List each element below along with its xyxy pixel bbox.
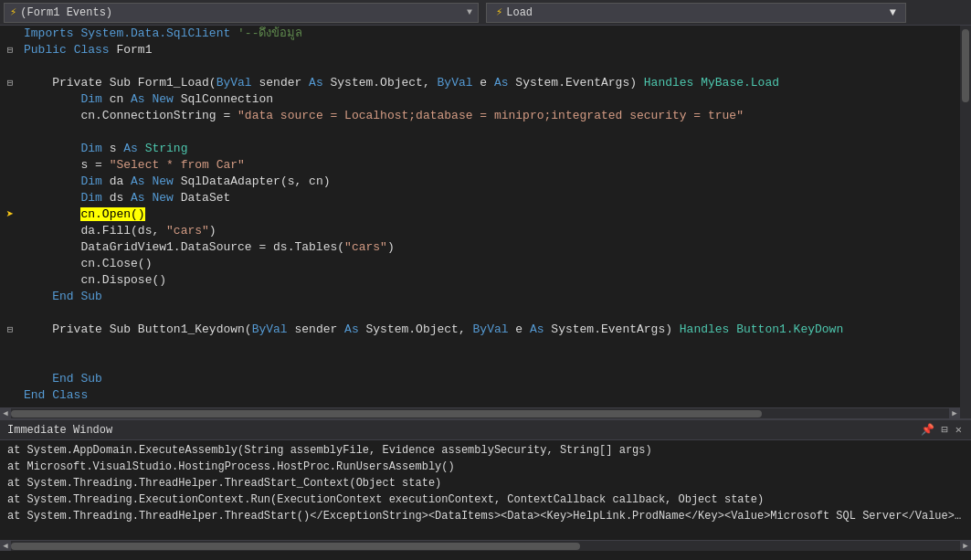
code-token: "Select * from Car": [110, 158, 245, 172]
code-token: ds: [102, 191, 131, 205]
code-token: [67, 43, 74, 57]
code-token: ByVal: [216, 76, 252, 90]
code-token: Private Sub Form1_Load(: [52, 76, 216, 90]
line-gutter: ➤: [0, 206, 20, 223]
code-token: cn: [102, 92, 131, 106]
code-token: e: [509, 322, 530, 336]
pin-icon[interactable]: 📌: [919, 423, 936, 437]
immediate-line: at System.Threading.ThreadHelper.ThreadS…: [7, 475, 964, 491]
scroll-right-button[interactable]: ▶: [949, 408, 960, 419]
code-line: ⊟Public Class Form1: [0, 42, 971, 58]
code-token: Dim: [80, 191, 101, 205]
code-line: Dim ds As New DataSet: [0, 190, 971, 206]
code-line: [0, 58, 971, 75]
event-dropdown[interactable]: ⚡ (Form1 Events) ▼: [4, 3, 479, 23]
immediate-line: at System.Threading.ExecutionContext.Run…: [7, 491, 964, 508]
code-token: String: [145, 142, 188, 155]
code-token: System.Object,: [323, 76, 438, 90]
line-code: End Sub: [20, 289, 971, 305]
code-editor[interactable]: Imports System.Data.SqlClient '--ดึงข้อม…: [0, 26, 971, 418]
line-code: s = "Select * from Car": [20, 157, 971, 174]
code-line: End Class: [0, 387, 971, 404]
code-line: da.Fill(ds, "cars"): [0, 223, 971, 239]
scrollbar-thumb[interactable]: [962, 29, 969, 102]
immediate-window: Immediate Window 📌 ⊟ ✕ at System.AppDoma…: [0, 418, 971, 551]
code-line: DataGridView1.DataSource = ds.Tables("ca…: [0, 239, 971, 256]
line-code: Dim da As New SqlDataAdapter(s, cn): [20, 174, 971, 190]
header-icons: 📌 ⊟ ✕: [919, 423, 964, 437]
code-line: [0, 305, 971, 322]
horizontal-scrollbar[interactable]: ◀ ▶: [0, 407, 960, 418]
code-token: DataSet: [174, 191, 230, 205]
code-token: New: [152, 191, 173, 205]
code-token: sender: [288, 322, 344, 336]
editor-window: ⚡ (Form1 Events) ▼ ⚡ Load ▼ Imports Syst…: [0, 0, 971, 560]
code-token: As: [131, 92, 145, 106]
imm-h-scroll-track[interactable]: [11, 543, 960, 550]
code-line: Imports System.Data.SqlClient '--ดึงข้อม…: [0, 26, 971, 42]
code-token: As: [131, 174, 145, 188]
code-line: Dim cn As New SqlConnection: [0, 91, 971, 108]
code-token: ): [209, 224, 216, 238]
line-code: DataGridView1.DataSource = ds.Tables("ca…: [20, 239, 971, 256]
code-token: e: [473, 76, 494, 90]
imm-scroll-left-button[interactable]: ◀: [0, 541, 11, 552]
code-token: cn.Close(): [80, 257, 152, 270]
code-token: da.Fill(ds,: [80, 224, 166, 238]
close-icon[interactable]: ✕: [954, 423, 964, 437]
code-line: cn.Dispose(): [0, 272, 971, 289]
code-token: New: [152, 92, 173, 106]
line-code: End Sub: [20, 371, 971, 387]
scroll-left-button[interactable]: ◀: [0, 408, 11, 419]
collapse-icon[interactable]: ⊟: [7, 42, 14, 58]
code-token: As: [123, 142, 138, 155]
line-code: cn.ConnectionString = "data source = Loc…: [20, 108, 971, 124]
code-token: System.EventArgs): [544, 322, 680, 336]
code-token: ): [387, 240, 395, 254]
imm-scroll-right-button[interactable]: ▶: [960, 541, 971, 552]
code-token: End Sub: [52, 290, 102, 303]
code-token: cn.ConnectionString =: [80, 109, 237, 122]
code-token: Imports System.Data.SqlClient: [24, 26, 237, 40]
load-label: Load: [506, 6, 533, 19]
line-code: cn.Dispose(): [20, 272, 971, 289]
code-token: ByVal: [252, 322, 288, 336]
immediate-line: at Microsoft.VisualStudio.HostingProcess…: [7, 459, 964, 475]
immediate-horizontal-scrollbar[interactable]: ◀ ▶: [0, 540, 971, 551]
vertical-scrollbar[interactable]: [960, 26, 971, 418]
code-token: End Class: [24, 388, 88, 402]
imm-h-scroll-thumb[interactable]: [11, 543, 580, 550]
code-token: cn.Open(): [80, 207, 144, 221]
collapse-icon[interactable]: ⊟: [7, 75, 14, 91]
line-code: Public Class Form1: [20, 42, 971, 58]
code-token: As: [494, 76, 509, 90]
line-gutter: ⊟: [0, 75, 20, 91]
lightning2-icon: ⚡: [496, 5, 502, 19]
code-token: Form1: [110, 43, 153, 57]
immediate-window-title: Immediate Window: [7, 424, 919, 437]
code-token: MyBase.Load: [693, 76, 779, 90]
code-token: System.EventArgs): [509, 76, 644, 90]
line-code: Private Sub Form1_Load(ByVal sender As S…: [20, 75, 971, 91]
code-token: Dim: [80, 142, 101, 155]
code-token: Dim: [80, 174, 101, 188]
line-code: Dim cn As New SqlConnection: [20, 91, 971, 108]
line-code: End Class: [20, 387, 971, 404]
load-button[interactable]: ⚡ Load ▼: [486, 3, 906, 23]
line-code: Dim ds As New DataSet: [20, 190, 971, 206]
code-line: [0, 354, 971, 371]
h-scroll-track[interactable]: [11, 410, 949, 417]
code-token: New: [152, 174, 173, 188]
h-scroll-thumb[interactable]: [11, 410, 762, 417]
immediate-window-header: Immediate Window 📌 ⊟ ✕: [0, 420, 971, 440]
code-token: SqlConnection: [174, 92, 273, 106]
line-code: cn.Close(): [20, 256, 971, 272]
immediate-line: at System.Threading.ThreadHelper.ThreadS…: [7, 508, 964, 524]
code-token: SqlDataAdapter(s, cn): [174, 174, 331, 188]
collapse-icon[interactable]: ⊟: [7, 322, 14, 338]
dock-icon[interactable]: ⊟: [940, 423, 950, 437]
code-token: "cars": [344, 240, 387, 254]
line-code: da.Fill(ds, "cars"): [20, 223, 971, 239]
line-code: Imports System.Data.SqlClient '--ดึงข้อม…: [20, 26, 971, 42]
code-token: s: [102, 142, 123, 155]
